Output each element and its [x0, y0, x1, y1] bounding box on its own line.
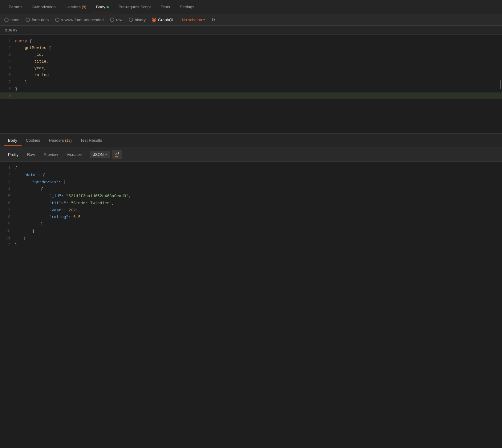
response-tab-cookies-label: Cookies: [26, 138, 40, 143]
radio-urlencoded-label: x-www-form-urlencoded: [61, 18, 104, 22]
format-tab-visualize[interactable]: Visualize: [63, 150, 86, 159]
format-row: Pretty Raw Preview Visualize JSON ▾ ⇄▬: [0, 147, 502, 162]
tab-pre-request-script[interactable]: Pre-request Script: [114, 1, 156, 13]
response-tabs: Body Cookies Headers (18) Test Results: [0, 134, 502, 147]
no-schema-label: No schema: [182, 18, 202, 22]
code-line-8: 8 }: [0, 86, 502, 92]
resp-line-content-7: "year": 2021,: [15, 207, 502, 214]
radio-graphql-circle: [152, 18, 156, 22]
radio-none-circle: [4, 18, 9, 22]
response-tab-cookies[interactable]: Cookies: [22, 135, 45, 146]
response-tab-headers[interactable]: Headers (18): [45, 135, 76, 146]
resp-line-content-10: ]: [15, 228, 502, 235]
response-line-5: 5 "_id": "621dff3ba1d652c468a0ead9",: [0, 193, 502, 200]
tab-settings-label: Settings: [180, 5, 194, 9]
line-content-1: query {: [15, 38, 502, 45]
resp-line-number-1: 1: [0, 165, 15, 172]
tab-tests[interactable]: Tests: [156, 1, 175, 13]
resp-line-number-6: 6: [0, 200, 15, 207]
tab-authorization-label: Authorization: [32, 5, 56, 9]
resp-line-number-3: 3: [0, 179, 15, 186]
resp-line-content-5: "_id": "621dff3ba1d652c468a0ead9",: [15, 193, 502, 200]
line-content-7: }: [15, 79, 502, 86]
resp-line-number-10: 10: [0, 228, 15, 235]
radio-none-label: none: [10, 18, 19, 22]
radio-graphql-label: GraphQL: [158, 18, 174, 22]
code-line-3: 3 _id,: [0, 51, 502, 58]
code-line-7: 7 }: [0, 79, 502, 86]
line-content-4: title,: [15, 58, 502, 65]
tab-tests-label: Tests: [161, 5, 170, 9]
resp-line-content-3: "getMovies": [: [15, 179, 502, 186]
response-line-6: 6 "title": "Sinder Twindler",: [0, 200, 502, 207]
radio-none[interactable]: none: [4, 18, 19, 22]
tab-params-label: Params: [9, 5, 22, 9]
response-line-9: 9 }: [0, 221, 502, 228]
refresh-schema-button[interactable]: ↻: [212, 17, 215, 22]
radio-raw-label: raw: [116, 18, 123, 22]
resp-line-number-2: 2: [0, 172, 15, 179]
resp-line-number-8: 8: [0, 214, 15, 221]
radio-form-data[interactable]: form-data: [26, 18, 49, 22]
response-tab-body[interactable]: Body: [4, 135, 22, 146]
tab-body-label: Body: [96, 5, 109, 9]
line-content-2: getMovies {: [15, 45, 502, 51]
format-tab-visualize-label: Visualize: [67, 152, 83, 157]
radio-form-data-circle: [26, 18, 30, 22]
tab-settings[interactable]: Settings: [175, 1, 199, 13]
radio-raw-circle: [110, 18, 114, 22]
format-tab-preview[interactable]: Preview: [40, 150, 62, 159]
query-header: QUERY: [0, 26, 502, 35]
tab-headers-label: Headers (9): [66, 5, 86, 9]
radio-binary[interactable]: binary: [129, 18, 146, 22]
wrap-lines-button[interactable]: ⇄▬: [112, 150, 122, 159]
no-schema-button[interactable]: No schema ▾: [182, 18, 205, 22]
nav-tabs: Params Authorization Headers (9) Body Pr…: [0, 0, 502, 14]
radio-raw[interactable]: raw: [110, 18, 123, 22]
resp-line-content-8: "rating": 6.5: [15, 214, 502, 221]
line-number-9: 9: [0, 92, 15, 99]
no-schema-chevron-icon: ▾: [203, 18, 205, 22]
tab-params[interactable]: Params: [4, 1, 27, 13]
wrap-lines-icon: ⇄▬: [115, 151, 119, 158]
tab-body[interactable]: Body: [91, 1, 114, 13]
radio-urlencoded[interactable]: x-www-form-urlencoded: [55, 18, 104, 22]
line-number-5: 5: [0, 65, 15, 72]
format-tab-pretty-label: Pretty: [8, 152, 18, 157]
response-line-12: 12 }: [0, 242, 502, 249]
tab-headers[interactable]: Headers (9): [61, 1, 91, 13]
resp-line-number-5: 5: [0, 193, 15, 200]
response-line-2: 2 "data": {: [0, 172, 502, 179]
tab-authorization[interactable]: Authorization: [27, 1, 61, 13]
response-line-4: 4 {: [0, 186, 502, 193]
code-line-9: 9: [0, 92, 502, 99]
response-line-3: 3 "getMovies": [: [0, 179, 502, 186]
code-line-2: 2 getMovies {: [0, 45, 502, 51]
json-format-dropdown[interactable]: JSON ▾: [90, 151, 110, 158]
line-number-3: 3: [0, 51, 15, 58]
line-content-3: _id,: [15, 51, 502, 58]
query-section: QUERY 1 query { 2 getMovies { 3 _id, 4 t…: [0, 26, 502, 134]
format-tab-raw[interactable]: Raw: [23, 150, 39, 159]
radio-binary-label: binary: [135, 18, 146, 22]
response-line-11: 11 }: [0, 235, 502, 242]
resp-line-content-12: }: [15, 242, 502, 249]
line-number-8: 8: [0, 86, 15, 92]
response-tab-test-results[interactable]: Test Results: [76, 135, 107, 146]
headers-badge: (9): [82, 5, 86, 9]
format-tab-pretty[interactable]: Pretty: [4, 150, 22, 159]
response-headers-badge: (18): [65, 138, 71, 143]
query-editor[interactable]: 1 query { 2 getMovies { 3 _id, 4 title, …: [0, 35, 502, 133]
line-number-2: 2: [0, 45, 15, 51]
response-body: 1 { 2 "data": { 3 "getMovies": [ 4 { 5 "…: [0, 162, 502, 279]
refresh-icon: ↻: [212, 17, 215, 22]
response-line-8: 8 "rating": 6.5: [0, 214, 502, 221]
response-tab-body-label: Body: [8, 138, 17, 143]
resp-line-content-2: "data": {: [15, 172, 502, 179]
response-line-10: 10 ]: [0, 228, 502, 235]
radio-graphql[interactable]: GraphQL: [152, 18, 174, 22]
line-content-8: }: [15, 86, 502, 92]
line-number-6: 6: [0, 72, 15, 79]
resp-line-content-11: }: [15, 235, 502, 242]
format-tab-preview-label: Preview: [44, 152, 58, 157]
